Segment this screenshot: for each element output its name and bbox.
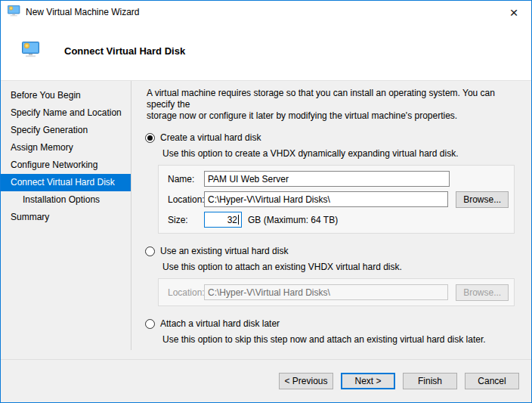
- wizard-page-content: A virtual machine requires storage so th…: [131, 81, 531, 359]
- existing-browse-button: Browse...: [456, 284, 509, 301]
- intro-line-2: storage now or configure it later by mod…: [147, 110, 521, 122]
- wizard-header: Connect Virtual Hard Disk: [1, 23, 531, 81]
- intro-line-1: A virtual machine requires storage so th…: [147, 88, 521, 110]
- text-caret: [238, 215, 239, 225]
- app-icon: [8, 5, 20, 19]
- create-fields-panel: Name: Location: Browse... Size: 32 GB (M…: [158, 165, 515, 234]
- sidebar-item-installation-options[interactable]: Installation Options: [1, 191, 131, 209]
- size-field-row: Size: 32 GB (Maximum: 64 TB): [168, 212, 509, 228]
- wizard-steps-sidebar: Before You Begin Specify Name and Locati…: [1, 81, 131, 226]
- size-input[interactable]: 32: [204, 212, 242, 228]
- wizard-window: New Virtual Machine Wizard × Connect Vir…: [0, 0, 532, 403]
- existing-location-field-row: Location: Browse...: [168, 284, 509, 300]
- close-button[interactable]: ×: [496, 1, 531, 23]
- size-maximum-hint: GB (Maximum: 64 TB): [248, 215, 338, 225]
- intro-text: A virtual machine requires storage so th…: [147, 88, 521, 122]
- cancel-button[interactable]: Cancel: [465, 373, 519, 389]
- sidebar-item-before-you-begin[interactable]: Before You Begin: [1, 87, 131, 104]
- wizard-footer: < Previous Next > Finish Cancel: [1, 359, 531, 402]
- sidebar-item-summary[interactable]: Summary: [1, 209, 131, 226]
- radio-use-existing-virtual-hard-disk[interactable]: Use an existing virtual hard disk: [145, 246, 521, 256]
- name-label: Name:: [168, 174, 204, 184]
- sidebar-item-specify-name-and-location[interactable]: Specify Name and Location: [1, 104, 131, 122]
- name-input[interactable]: [204, 171, 450, 187]
- location-input[interactable]: [204, 191, 448, 207]
- location-field-row: Location: Browse...: [168, 191, 509, 207]
- radio-later-label: Attach a virtual hard disk later: [160, 318, 280, 329]
- wizard-body: Before You Begin Specify Name and Locati…: [1, 81, 531, 359]
- existing-fields-panel: Location: Browse...: [158, 278, 515, 306]
- page-title: Connect Virtual Hard Disk: [64, 45, 185, 57]
- sidebar-item-connect-virtual-hard-disk[interactable]: Connect Virtual Hard Disk: [1, 174, 131, 191]
- existing-description: Use this option to attach an existing VH…: [162, 262, 521, 272]
- radio-button-icon[interactable]: [145, 246, 155, 256]
- previous-button[interactable]: < Previous: [279, 373, 333, 389]
- radio-attach-virtual-hard-disk-later[interactable]: Attach a virtual hard disk later: [145, 318, 521, 329]
- radio-existing-label: Use an existing virtual hard disk: [160, 246, 288, 256]
- existing-location-label: Location:: [168, 287, 204, 298]
- sidebar-item-specify-generation[interactable]: Specify Generation: [1, 122, 131, 139]
- sidebar-item-assign-memory[interactable]: Assign Memory: [1, 139, 131, 157]
- location-label: Location:: [168, 194, 204, 205]
- radio-button-icon[interactable]: [145, 319, 155, 329]
- browse-button[interactable]: Browse...: [456, 191, 509, 208]
- create-description: Use this option to create a VHDX dynamic…: [162, 148, 521, 159]
- radio-create-label: Create a virtual hard disk: [160, 132, 261, 143]
- finish-button[interactable]: Finish: [403, 373, 457, 389]
- window-title: New Virtual Machine Wizard: [26, 7, 140, 17]
- existing-location-input: [204, 284, 448, 300]
- next-button[interactable]: Next >: [341, 373, 395, 389]
- later-description: Use this option to skip this step now an…: [162, 334, 521, 345]
- size-value: 32: [227, 215, 237, 225]
- titlebar: New Virtual Machine Wizard ×: [1, 1, 531, 23]
- virtual-machine-icon: [22, 42, 40, 60]
- radio-button-icon[interactable]: [145, 133, 155, 143]
- radio-create-virtual-hard-disk[interactable]: Create a virtual hard disk: [145, 132, 521, 143]
- sidebar-item-configure-networking[interactable]: Configure Networking: [1, 157, 131, 174]
- name-field-row: Name:: [168, 171, 509, 187]
- size-label: Size:: [168, 215, 204, 225]
